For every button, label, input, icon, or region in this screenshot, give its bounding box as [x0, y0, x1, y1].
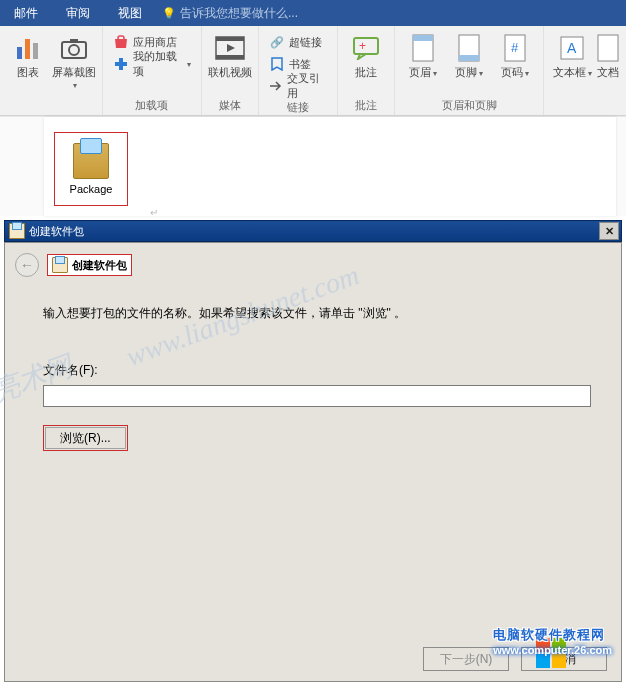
ribbon-tabs-bar: 邮件 审阅 视图 💡 告诉我您想要做什么...: [0, 0, 626, 26]
crossref-button[interactable]: 交叉引用: [269, 76, 327, 96]
package-icon: [52, 257, 68, 273]
close-button[interactable]: ✕: [599, 222, 619, 240]
wordart-label: 文档: [597, 66, 619, 78]
document-canvas[interactable]: Package ↵: [0, 116, 626, 216]
package-icon: [73, 143, 109, 179]
crossref-icon: [269, 78, 283, 94]
arrow-left-icon: ←: [20, 257, 34, 273]
chart-button[interactable]: 图表: [6, 30, 50, 99]
group-links: 🔗超链接 书签 交叉引用 链接: [259, 26, 338, 115]
svg-rect-8: [216, 37, 244, 41]
header-icon: [407, 32, 439, 64]
group-left: 图表 屏幕截图▾: [0, 26, 103, 115]
svg-rect-20: [598, 35, 618, 61]
group-hf-label: 页眉和页脚: [442, 98, 497, 113]
chevron-down-icon: ▾: [73, 81, 77, 90]
store-icon: [113, 34, 129, 50]
textbox-button[interactable]: A文本框▾: [550, 30, 594, 99]
video-icon: [214, 32, 246, 64]
group-text: A文本框▾ 文档: [544, 26, 626, 115]
page: [44, 117, 616, 216]
comment-button[interactable]: + 批注: [344, 30, 388, 96]
watermark-line1: 电脑软硬件教程网: [493, 626, 612, 644]
footer-button[interactable]: 页脚▾: [447, 30, 491, 96]
textbox-label: 文本框: [553, 66, 586, 78]
video-label: 联机视频: [208, 66, 252, 78]
group-links-label: 链接: [287, 100, 309, 115]
filename-label: 文件名(F):: [43, 362, 593, 379]
browse-button[interactable]: 浏览(R)...: [43, 425, 128, 451]
filename-input[interactable]: [43, 385, 591, 407]
chevron-down-icon: ▾: [433, 69, 437, 78]
svg-rect-13: [413, 35, 433, 41]
svg-rect-9: [216, 55, 244, 59]
bookmark-icon: [269, 56, 285, 72]
svg-text:+: +: [359, 39, 366, 53]
footer-icon: [453, 32, 485, 64]
breadcrumb: 创建软件包: [47, 254, 132, 276]
tab-mail[interactable]: 邮件: [0, 0, 52, 26]
tab-view[interactable]: 视图: [104, 0, 156, 26]
package-object[interactable]: Package: [54, 132, 128, 206]
group-label: [49, 101, 52, 113]
crossref-label: 交叉引用: [287, 71, 327, 101]
bookmark-label: 书签: [289, 57, 311, 72]
hyperlink-label: 超链接: [289, 35, 322, 50]
ribbon: 图表 屏幕截图▾ 应用商店 我的加载项 ▾: [0, 26, 626, 116]
chevron-down-icon: ▾: [588, 69, 592, 78]
header-label: 页眉: [409, 66, 431, 78]
svg-text:A: A: [567, 40, 577, 56]
svg-text:#: #: [511, 40, 519, 55]
tell-me-search[interactable]: 💡 告诉我您想要做什么...: [162, 5, 298, 22]
breadcrumb-label: 创建软件包: [72, 258, 127, 273]
my-addins-label: 我的加载项: [133, 49, 181, 79]
create-package-dialog: ← 创建软件包 输入想要打包的文件的名称。如果希望搜索该文件，请单击 "浏览" …: [4, 242, 622, 682]
svg-rect-5: [70, 39, 78, 43]
page-number-label: 页码: [501, 66, 523, 78]
footer-label: 页脚: [455, 66, 477, 78]
package-caption: Package: [70, 183, 113, 195]
package-icon: [9, 223, 25, 239]
chevron-down-icon: ▾: [525, 69, 529, 78]
svg-rect-1: [25, 39, 30, 59]
tab-review[interactable]: 审阅: [52, 0, 104, 26]
screenshot-icon: [58, 32, 90, 64]
hyperlink-button[interactable]: 🔗超链接: [269, 32, 327, 52]
chart-icon: [12, 32, 44, 64]
instruction-text: 输入想要打包的文件的名称。如果希望搜索该文件，请单击 "浏览" 。: [43, 305, 593, 322]
paragraph-mark: ↵: [150, 207, 158, 218]
dialog-title: 创建软件包: [29, 224, 84, 239]
group-header-footer: 页眉▾ 页脚▾ #页码▾ 页眉和页脚: [395, 26, 544, 115]
chevron-down-icon: ▾: [187, 60, 191, 69]
group-addins-label: 加载项: [135, 98, 168, 113]
lightbulb-icon: 💡: [162, 7, 176, 20]
svg-rect-2: [33, 43, 38, 59]
dialog-titlebar[interactable]: 创建软件包 ✕: [4, 220, 622, 242]
group-media-label: 媒体: [219, 98, 241, 113]
group-comment: + 批注 批注: [338, 26, 395, 115]
addins-icon: [113, 56, 129, 72]
page-number-button[interactable]: #页码▾: [493, 30, 537, 96]
svg-rect-15: [459, 55, 479, 61]
group-comment-label: 批注: [355, 98, 377, 113]
online-video-button[interactable]: 联机视频: [208, 30, 252, 96]
screenshot-label: 屏幕截图▾: [52, 66, 96, 92]
hyperlink-icon: 🔗: [269, 34, 285, 50]
group-media: 联机视频 媒体: [202, 26, 259, 115]
page-number-icon: #: [499, 32, 531, 64]
back-button[interactable]: ←: [15, 253, 39, 277]
svg-rect-0: [17, 47, 22, 59]
comment-label: 批注: [355, 66, 377, 78]
tell-me-placeholder: 告诉我您想要做什么...: [180, 5, 298, 22]
wordart-icon: [592, 32, 624, 64]
comment-icon: +: [350, 32, 382, 64]
store-label: 应用商店: [133, 35, 177, 50]
chart-label: 图表: [17, 66, 39, 78]
screenshot-button[interactable]: 屏幕截图▾: [52, 30, 96, 99]
svg-rect-6: [118, 36, 124, 40]
header-button[interactable]: 页眉▾: [401, 30, 445, 96]
textbox-icon: A: [556, 32, 588, 64]
my-addins-button[interactable]: 我的加载项 ▾: [113, 54, 191, 74]
watermark-text: 电脑软硬件教程网 www.computer.26.com: [493, 626, 612, 656]
wordart-button[interactable]: 文档: [596, 30, 620, 99]
